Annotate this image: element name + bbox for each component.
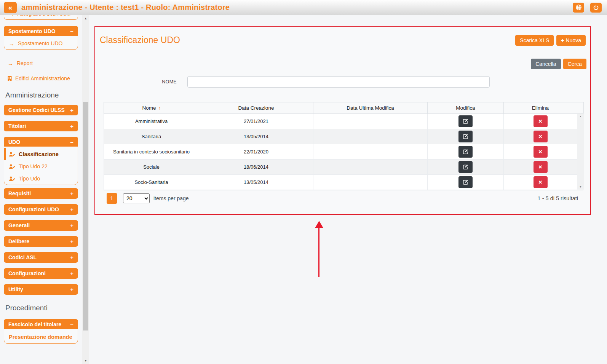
cell-elimina: ×: [504, 160, 577, 175]
scroll-down-icon[interactable]: ▼: [577, 185, 584, 188]
sidebar-group-utility[interactable]: Utility +: [4, 284, 78, 295]
sidebar-group-delibere[interactable]: Delibere +: [4, 236, 78, 247]
nuova-button[interactable]: +Nuova: [556, 35, 586, 46]
delete-button[interactable]: ×: [534, 176, 548, 188]
collapse-minus-icon: −: [70, 139, 73, 145]
group-label: Codici ASL: [8, 254, 37, 260]
sidebar-collapse-button[interactable]: «: [4, 2, 17, 13]
sidebar-group-codici-asl[interactable]: Codici ASL +: [4, 252, 78, 263]
sidebar-scrollbar-thumb[interactable]: [83, 102, 88, 330]
close-x-icon: ×: [538, 179, 542, 185]
sidebar-item-edifici-amministrazione[interactable]: Edifici Amministrazione: [0, 74, 82, 83]
sidebar-submenu-spostamento: → Spostamento UDO: [4, 35, 78, 50]
sidebar-item-presentazione-domande[interactable]: Presentazione domande: [4, 330, 78, 343]
sidebar-item-label: Edifici Amministrazione: [15, 75, 70, 81]
cancella-button[interactable]: Cancella: [531, 59, 561, 69]
group-label: Generali: [8, 222, 30, 228]
cell-modifica: [428, 175, 504, 190]
column-header-nome[interactable]: Nome↑: [104, 102, 199, 114]
nome-input[interactable]: [187, 76, 490, 88]
group-label: Requisiti: [8, 190, 31, 196]
collapse-minus-icon: −: [70, 29, 73, 34]
power-icon[interactable]: [590, 3, 602, 13]
scarica-xls-button[interactable]: Scarica XLS: [515, 35, 554, 46]
sidebar-item-label: Assegnare a Sedi Amm.: [18, 15, 70, 17]
sidebar-group-titolari[interactable]: Titolari +: [4, 121, 78, 131]
classificazione-table: Nome↑ Data Creazione Data Ultima Modific…: [104, 102, 577, 190]
classificazione-udo-panel: Classificazione UDO Scarica XLS +Nuova C…: [94, 26, 591, 215]
group-label: Spostamento UDO: [8, 28, 56, 34]
sidebar-group-configurazioni[interactable]: Configurazioni +: [4, 268, 78, 279]
delete-button[interactable]: ×: [534, 131, 548, 142]
delete-button[interactable]: ×: [534, 115, 548, 127]
edit-button[interactable]: [458, 146, 473, 158]
column-header-data-ultima-modifica[interactable]: Data Ultima Modifica: [313, 102, 428, 114]
cell-data-ultima-modifica: [313, 114, 428, 129]
cell-elimina: ×: [504, 144, 577, 160]
page-1-button[interactable]: 1: [107, 193, 117, 204]
cell-elimina: ×: [504, 114, 577, 129]
globe-icon[interactable]: [573, 3, 584, 13]
sidebar-group-fascicolo-del-titolare[interactable]: Fascicolo del titolare −: [4, 319, 78, 330]
sidebar-group-requisiti[interactable]: Requisiti +: [4, 188, 78, 199]
arrow-right-icon: →: [9, 15, 14, 17]
cell-elimina: ×: [504, 129, 577, 144]
group-label: Configurazioni UDO: [8, 206, 59, 212]
column-header-data-creazione[interactable]: Data Creazione: [199, 102, 313, 114]
edit-button[interactable]: [458, 131, 473, 142]
table-scrollbar[interactable]: ▲ ▼: [577, 113, 584, 190]
edit-button[interactable]: [458, 161, 473, 173]
sidebar-item-classificazione[interactable]: Classificazione: [4, 148, 78, 160]
edit-button[interactable]: [458, 176, 473, 188]
sidebar-section-procedimenti: Procedimenti: [0, 304, 82, 312]
close-x-icon: ×: [538, 133, 542, 140]
cell-data-ultima-modifica: [313, 175, 428, 190]
scroll-down-icon[interactable]: ▼: [82, 359, 89, 362]
items-per-page-label: items per page: [153, 195, 189, 201]
sidebar-item-spostamento-udo[interactable]: → Spostamento UDO: [4, 37, 78, 49]
sidebar-submenu-udo: Classificazione Tipo Udo 22: [4, 146, 78, 185]
sidebar-scrollbar[interactable]: ▲ ▼: [82, 15, 89, 364]
edit-button[interactable]: [458, 115, 473, 127]
page-title: Classificazione UDO: [100, 35, 180, 45]
search-actions: Cancella Cerca: [95, 59, 590, 69]
sidebar-item-tipo-udo[interactable]: Tipo Udo: [4, 172, 78, 185]
scroll-up-icon[interactable]: ▲: [577, 115, 584, 118]
expand-plus-icon: +: [70, 207, 73, 212]
table-scroll-header-stub: [577, 102, 584, 113]
sidebar-group-configurazioni-udo[interactable]: Configurazioni UDO +: [4, 204, 78, 215]
sidebar-group-gestione-codici-ulss[interactable]: Gestione Codici ULSS +: [4, 105, 78, 115]
sidebar-group-spostamento-udo[interactable]: Spostamento UDO −: [4, 26, 78, 37]
user-edit-icon: [9, 176, 15, 181]
table-row: Sanitaria in contesto sociosanitario 22/…: [104, 144, 577, 160]
user-edit-icon: [9, 164, 15, 169]
page-size-select[interactable]: 20: [123, 193, 150, 203]
column-header-modifica: Modifica: [428, 102, 504, 114]
delete-button[interactable]: ×: [534, 161, 548, 173]
close-x-icon: ×: [538, 164, 542, 170]
cell-nome: Sanitaria in contesto sociosanitario: [104, 144, 199, 160]
sidebar-group-generali[interactable]: Generali +: [4, 220, 78, 231]
group-label: UDO: [8, 139, 20, 145]
sort-asc-icon: ↑: [158, 105, 161, 111]
delete-button[interactable]: ×: [534, 146, 548, 158]
sidebar-item-report[interactable]: → Report: [0, 59, 82, 67]
sidebar-group-udo[interactable]: UDO −: [4, 137, 78, 147]
sidebar-item-clipped[interactable]: → Assegnare a Sedi Amm.: [4, 15, 78, 20]
sidebar-section-amministrazione: Amministrazione: [0, 91, 82, 99]
cell-data-ultima-modifica: [313, 129, 428, 144]
collapse-minus-icon: −: [70, 322, 73, 327]
cerca-button[interactable]: Cerca: [563, 59, 586, 69]
cell-modifica: [428, 144, 504, 160]
expand-plus-icon: +: [70, 255, 73, 260]
expand-plus-icon: +: [70, 223, 73, 228]
arrow-right-icon: →: [9, 41, 14, 46]
table-row: Amministrativa 27/01/2021: [104, 114, 577, 129]
table-row: Socio-Sanitaria 13/05/2014: [104, 175, 577, 190]
scroll-up-icon[interactable]: ▲: [82, 17, 89, 20]
cell-data-creazione: 18/06/2014: [199, 160, 313, 175]
close-x-icon: ×: [538, 148, 542, 155]
sidebar-item-tipo-udo-22[interactable]: Tipo Udo 22: [4, 160, 78, 172]
pagination-bar: 1 20 items per page 1 - 5 di 5 risultati: [104, 190, 583, 206]
cell-elimina: ×: [504, 175, 577, 190]
